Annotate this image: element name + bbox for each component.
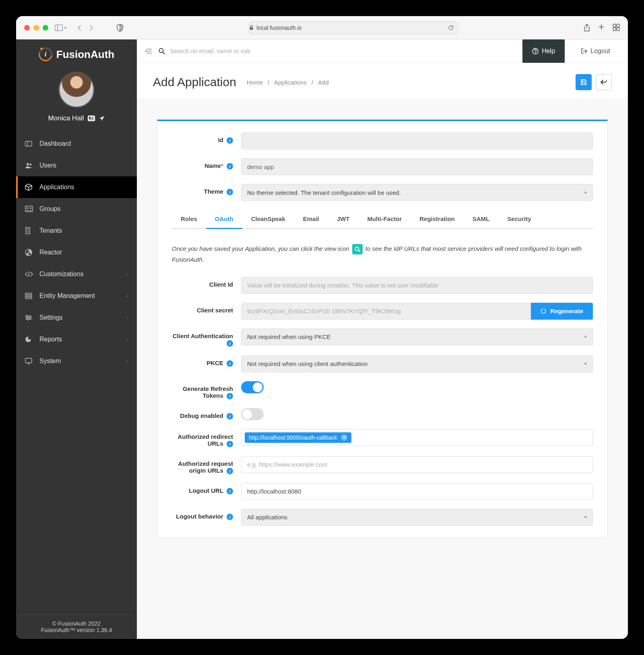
copyright: © FusionAuth 2022: [22, 620, 131, 627]
info-icon[interactable]: i: [227, 488, 233, 494]
remove-chip-icon[interactable]: ✕: [341, 434, 347, 441]
chevron-down-icon: ▾: [584, 361, 587, 366]
help-button[interactable]: Help: [522, 39, 565, 63]
shield-icon[interactable]: [116, 24, 124, 32]
theme-select[interactable]: No theme selected. The tenant configurat…: [241, 184, 593, 201]
origin-urls-input[interactable]: [241, 456, 593, 473]
info-icon[interactable]: i: [227, 189, 233, 195]
svg-point-14: [27, 163, 29, 165]
svg-point-15: [30, 163, 32, 165]
desktop-icon: [25, 358, 33, 364]
client-auth-label: Client Authentication i: [172, 329, 241, 347]
sidebar-toggle-icon[interactable]: ▾: [55, 25, 66, 31]
sidebar-item-applications[interactable]: Applications: [16, 176, 137, 198]
nav-forward-icon[interactable]: [89, 25, 94, 31]
name-label: Name* i: [172, 158, 241, 169]
window-minimize-icon[interactable]: [33, 25, 39, 31]
sidebar-item-tenants[interactable]: Tenants: [16, 220, 137, 242]
share-icon[interactable]: [584, 24, 590, 32]
new-tab-icon[interactable]: [598, 24, 605, 32]
save-button[interactable]: [576, 74, 592, 90]
sidebar-item-label: Groups: [39, 205, 60, 213]
svg-rect-6: [617, 28, 619, 31]
sidebar-item-settings[interactable]: Settings‹: [16, 307, 137, 329]
redirect-urls-input[interactable]: http://localhost:9000/oauth-callback ✕: [241, 429, 593, 446]
debug-toggle[interactable]: [241, 408, 264, 420]
sidebar-item-label: Reports: [39, 336, 62, 343]
info-icon[interactable]: i: [227, 514, 233, 520]
info-icon[interactable]: i: [227, 340, 233, 347]
sidebar-item-system[interactable]: System‹: [16, 350, 137, 372]
id-card-icon[interactable]: [88, 116, 95, 121]
sidebar-item-dashboard[interactable]: Dashboard: [16, 133, 137, 155]
sidebar-item-reactor[interactable]: Reactor: [16, 242, 137, 263]
info-icon[interactable]: i: [227, 163, 233, 169]
svg-rect-29: [25, 297, 32, 299]
client-auth-select[interactable]: Not required when using PKCE▾: [241, 329, 593, 345]
help-label: Help: [542, 48, 555, 55]
id-input[interactable]: [241, 132, 593, 149]
avatar[interactable]: [58, 72, 95, 108]
window-close-icon[interactable]: [24, 25, 30, 31]
page-header: Add Application Home/ Applications/ Add: [137, 63, 628, 99]
svg-rect-2: [250, 27, 253, 30]
generate-refresh-toggle[interactable]: [241, 381, 264, 393]
info-icon[interactable]: i: [227, 137, 233, 144]
logout-url-input[interactable]: [241, 483, 593, 500]
tab-jwt[interactable]: JWT: [328, 210, 359, 229]
collapse-sidebar-icon[interactable]: [145, 48, 152, 54]
info-icon[interactable]: i: [227, 360, 233, 367]
info-icon[interactable]: i: [227, 468, 233, 474]
info-icon[interactable]: i: [227, 393, 233, 399]
logout-button[interactable]: Logout: [571, 39, 620, 63]
regenerate-label: Regenerate: [550, 308, 583, 314]
search-input[interactable]: [170, 48, 331, 54]
tab-oauth[interactable]: OAuth: [206, 210, 242, 229]
redirect-url-chip[interactable]: http://localhost:9000/oauth-callback ✕: [245, 432, 351, 443]
breadcrumb-applications[interactable]: Applications: [274, 79, 307, 86]
logout-behavior-select[interactable]: All applications▾: [241, 509, 593, 526]
reload-icon[interactable]: [448, 25, 458, 31]
info-icon[interactable]: i: [227, 413, 233, 419]
pkce-select[interactable]: Not required when using client authentic…: [241, 355, 593, 372]
sidebar-item-entity-management[interactable]: Entity Management‹: [16, 285, 137, 307]
info-icon[interactable]: i: [227, 441, 233, 447]
tab-cleanspeak[interactable]: CleanSpeak: [242, 210, 294, 229]
sidebar-item-reports[interactable]: Reports‹: [16, 329, 137, 350]
tab-multifactor[interactable]: Multi-Factor: [358, 210, 411, 229]
address-bar[interactable]: local.fusionauth.io: [249, 21, 458, 34]
tab-security[interactable]: Security: [498, 210, 540, 229]
regenerate-button[interactable]: Regenerate: [531, 303, 593, 320]
tab-email[interactable]: Email: [294, 210, 328, 229]
tab-registration[interactable]: Registration: [411, 210, 464, 229]
sidebar-footer: © FusionAuth 2022 FusionAuth™ version 1.…: [16, 614, 137, 639]
name-input[interactable]: [241, 158, 593, 175]
tab-roles[interactable]: Roles: [172, 210, 206, 229]
main-panel: Help Logout Add Application Home/ Applic…: [137, 39, 628, 639]
back-button[interactable]: [596, 74, 612, 90]
location-arrow-icon[interactable]: [99, 116, 105, 121]
breadcrumb-home[interactable]: Home: [247, 79, 263, 86]
sidebar-item-label: Users: [39, 162, 56, 169]
generate-refresh-label: Generate Refresh Tokens i: [172, 381, 241, 399]
sidebar-item-customizations[interactable]: Customizations‹: [16, 263, 137, 285]
origin-urls-label: Authorized request origin URLs i: [172, 456, 241, 474]
svg-rect-20: [26, 227, 30, 234]
svg-rect-37: [25, 358, 32, 363]
app-sidebar: i FusionAuth Monica Hall Dashboard Users…: [16, 39, 137, 639]
groups-icon: [25, 206, 33, 212]
svg-rect-5: [613, 28, 616, 31]
chevron-left-icon: ‹: [126, 315, 128, 320]
tab-saml[interactable]: SAML: [464, 210, 499, 229]
pie-chart-icon: [25, 336, 33, 343]
sidebar-item-users[interactable]: Users: [16, 155, 137, 176]
tab-overview-icon[interactable]: [613, 24, 620, 32]
cube-icon: [25, 184, 33, 191]
svg-rect-27: [25, 293, 32, 295]
svg-point-26: [28, 252, 29, 253]
window-zoom-icon[interactable]: [43, 25, 48, 31]
nav-back-icon[interactable]: [77, 25, 82, 31]
oauth-hint: Once you have saved your Application, yo…: [172, 244, 593, 265]
sidebar-item-groups[interactable]: Groups: [16, 198, 137, 220]
client-id-label: Client Id: [172, 277, 241, 288]
